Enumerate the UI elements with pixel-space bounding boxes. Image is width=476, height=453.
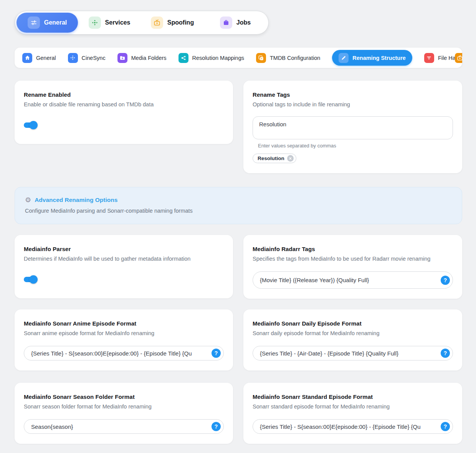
- season-folder-input[interactable]: [24, 420, 223, 433]
- card-title: Mediainfo Sonarr Standard Episode Format: [253, 393, 453, 400]
- banner-title: Advanced Renaming Options: [35, 197, 117, 203]
- daily-format-input[interactable]: [253, 346, 453, 360]
- rename-enabled-toggle[interactable]: [24, 121, 38, 130]
- card-description: Sonarr standard episode format for Media…: [253, 403, 453, 410]
- standard-format-input[interactable]: [253, 420, 453, 433]
- toggle-thumb: [29, 275, 38, 284]
- stacked-media-icon: [256, 53, 266, 63]
- card-title: Rename Enabled: [24, 91, 224, 98]
- briefcase-icon: [220, 17, 232, 29]
- card-rename-enabled: Rename Enabled Enable or disable file re…: [15, 81, 233, 144]
- pencil-icon: [339, 53, 349, 63]
- card-sonarr-anime-format: Mediainfo Sonarr Anime Episode Format So…: [15, 309, 233, 370]
- settings-tab-label: Renaming Structure: [352, 55, 406, 61]
- help-icon[interactable]: ?: [212, 422, 221, 431]
- anime-format-field: ?: [24, 346, 224, 360]
- card-description: Specifies the tags from MediaInfo to be …: [253, 256, 453, 262]
- help-icon[interactable]: ?: [441, 422, 450, 431]
- settings-tab-tmdb-configuration[interactable]: TMDB Configuration: [256, 53, 320, 63]
- settings-tab-renaming-structure[interactable]: Renaming Structure: [332, 50, 412, 66]
- card-rename-tags: Rename Tags Optional tags to include in …: [243, 81, 462, 173]
- app-nav: General Services Spoofing Jobs: [15, 11, 269, 35]
- daily-format-field: ?: [253, 346, 453, 360]
- card-title: Mediainfo Sonarr Season Folder Format: [24, 393, 224, 400]
- card-sonarr-daily-format: Mediainfo Sonarr Daily Episode Format So…: [243, 309, 462, 370]
- app-tab-label: General: [44, 19, 67, 26]
- tv-icon: [455, 53, 462, 63]
- network-nodes-icon: [178, 53, 188, 63]
- banner-description: Configure MediaInfo parsing and Sonarr-c…: [25, 208, 452, 214]
- app-tab-label: Spoofing: [167, 19, 194, 26]
- remove-tag-icon[interactable]: ×: [287, 155, 294, 162]
- tag-chip-label: Resolution: [258, 155, 284, 161]
- season-folder-field: ?: [24, 419, 224, 434]
- card-title: Rename Tags: [253, 91, 453, 98]
- card-description: Sonarr anime episode format for MediaInf…: [24, 330, 224, 336]
- card-title: Mediainfo Parser: [24, 246, 224, 252]
- filter-lines-icon: [424, 53, 434, 63]
- folder-plus-icon: [117, 53, 127, 63]
- settings-tab-label: Media Folders: [131, 55, 167, 61]
- mediainfo-parser-toggle[interactable]: [24, 275, 38, 284]
- settings-tab-label: CineSync: [82, 55, 106, 61]
- settings-tab-label: TMDB Configuration: [270, 55, 320, 61]
- radarr-tags-input[interactable]: [253, 272, 453, 288]
- help-icon[interactable]: ?: [441, 349, 450, 358]
- card-description: Sonarr daily episode format for MediaInf…: [253, 330, 453, 336]
- settings-tab-label: Resolution Mappings: [192, 55, 244, 61]
- card-sonarr-season-folder-format: Mediainfo Sonarr Season Folder Format So…: [15, 383, 233, 444]
- help-icon[interactable]: ?: [441, 276, 450, 285]
- card-title: Mediainfo Radarr Tags: [253, 246, 453, 252]
- standard-format-field: ?: [253, 419, 453, 434]
- settings-tab-general[interactable]: General: [22, 53, 56, 63]
- card-mediainfo-parser: Mediainfo Parser Determines if MediaInfo…: [15, 235, 233, 298]
- settings-nav: General CineSync Media Folders Resolutio…: [15, 48, 462, 68]
- app-tab-general[interactable]: General: [17, 13, 78, 33]
- app-tab-spoofing[interactable]: Spoofing: [141, 13, 204, 33]
- renaming-structure-settings-page: General Services Spoofing Jobs Gen: [0, 0, 476, 453]
- anime-format-input[interactable]: [24, 346, 223, 360]
- card-mediainfo-radarr-tags: Mediainfo Radarr Tags Specifies the tags…: [243, 235, 462, 299]
- advanced-renaming-banner: ⚙ Advanced Renaming Options Configure Me…: [15, 187, 462, 224]
- toggle-thumb: [29, 121, 38, 129]
- rename-tags-hint: Enter values separated by commas: [258, 143, 453, 149]
- settings-tab-partial[interactable]: [455, 53, 462, 63]
- sync-diamond-icon: [68, 53, 78, 63]
- app-tab-services[interactable]: Services: [78, 13, 141, 33]
- help-icon[interactable]: ?: [212, 349, 221, 358]
- settings-tab-media-folders[interactable]: Media Folders: [117, 53, 167, 63]
- rename-tags-input[interactable]: Resolution: [253, 116, 453, 139]
- card-description: Enable or disable file renaming based on…: [24, 101, 224, 107]
- card-title: Mediainfo Sonarr Anime Episode Format: [24, 320, 224, 327]
- gear-icon: ⚙: [25, 197, 31, 203]
- app-tab-label: Jobs: [236, 19, 251, 26]
- home-icon: [22, 53, 32, 63]
- card-title: Mediainfo Sonarr Daily Episode Format: [253, 320, 453, 327]
- settings-tab-cinesync[interactable]: CineSync: [68, 53, 106, 63]
- settings-grid: Rename Enabled Enable or disable file re…: [15, 81, 462, 444]
- tag-chip: Resolution ×: [253, 154, 296, 163]
- radarr-tags-field: ?: [253, 271, 453, 289]
- app-tab-label: Services: [105, 19, 131, 26]
- sliders-icon: [28, 17, 40, 29]
- settings-tab-resolution-mappings[interactable]: Resolution Mappings: [178, 53, 244, 63]
- card-description: Optional tags to include in file renamin…: [253, 101, 453, 107]
- app-tab-jobs[interactable]: Jobs: [204, 13, 267, 33]
- card-description: Sonarr season folder format for MediaInf…: [24, 403, 224, 410]
- card-description: Determines if MediaInfo will be used to …: [24, 256, 224, 262]
- tv-icon: [151, 17, 163, 29]
- settings-tab-label: General: [36, 55, 56, 61]
- services-icon: [89, 17, 101, 29]
- card-sonarr-standard-format: Mediainfo Sonarr Standard Episode Format…: [243, 383, 462, 444]
